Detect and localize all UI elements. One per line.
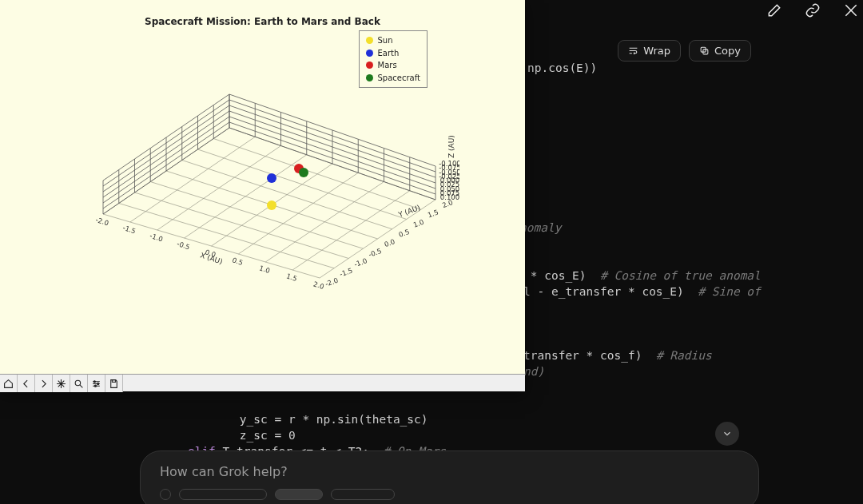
svg-line-49: [332, 153, 358, 161]
svg-line-106: [166, 155, 182, 166]
composer-option[interactable]: [160, 489, 171, 500]
back-icon[interactable]: [18, 375, 35, 392]
svg-line-128: [135, 160, 151, 171]
svg-line-44: [410, 185, 435, 194]
svg-text:-2.0: -2.0: [94, 216, 109, 228]
svg-line-41: [332, 158, 358, 167]
svg-line-123: [182, 133, 198, 144]
x-logo-icon[interactable]: [842, 2, 860, 19]
svg-line-40: [307, 149, 332, 158]
plot-title: Spacecraft Mission: Earth to Mars and Ba…: [0, 16, 525, 27]
save-icon[interactable]: [105, 375, 123, 392]
svg-text:-0.5: -0.5: [176, 240, 191, 252]
plot-3d-scene: -2.0-1.5-1.0-0.50.00.51.01.52.0-2.0-1.5-…: [84, 88, 459, 296]
legend-dot-icon: [366, 62, 373, 69]
svg-line-120: [135, 165, 151, 177]
svg-line-98: [166, 161, 182, 172]
svg-line-78: [255, 103, 280, 112]
svg-line-54: [255, 120, 280, 129]
svg-line-136: [135, 154, 151, 165]
svg-line-114: [166, 149, 182, 161]
svg-point-180: [94, 385, 96, 387]
svg-line-50: [358, 161, 384, 170]
svg-line-111: [119, 181, 135, 192]
svg-line-94: [103, 204, 119, 215]
legend-label: Mars: [378, 59, 397, 72]
svg-line-139: [182, 121, 198, 133]
svg-text:1.5: 1.5: [285, 272, 298, 283]
svg-line-11: [103, 214, 320, 278]
svg-line-47: [281, 135, 307, 144]
composer-option[interactable]: [331, 489, 395, 500]
matplotlib-toolbar: [0, 374, 525, 391]
svg-line-119: [119, 176, 135, 187]
svg-point-177: [75, 380, 81, 386]
svg-line-59: [384, 165, 410, 174]
svg-line-14: [150, 182, 363, 249]
svg-line-81: [332, 130, 358, 139]
link-icon[interactable]: [804, 2, 821, 19]
composer-options: [160, 489, 739, 500]
legend-dot-icon: [366, 50, 373, 57]
pan-icon[interactable]: [53, 375, 70, 392]
svg-line-69: [229, 100, 255, 109]
svg-line-29: [229, 128, 255, 137]
svg-line-109: [213, 122, 229, 133]
svg-line-57: [332, 147, 358, 156]
ylabel: Y (AU): [396, 204, 421, 219]
svg-line-65: [332, 141, 358, 150]
svg-line-16: [182, 161, 392, 229]
svg-line-79: [281, 113, 307, 121]
svg-line-53: [229, 111, 255, 120]
svg-line-102: [103, 198, 119, 209]
svg-line-134: [103, 176, 119, 187]
svg-line-73: [332, 136, 358, 145]
plot-canvas[interactable]: Spacecraft Mission: Earth to Mars and Ba…: [0, 0, 525, 374]
svg-line-38: [255, 131, 280, 140]
scroll-to-bottom-button[interactable]: [715, 422, 739, 446]
svg-line-99: [182, 149, 198, 161]
svg-text:-0.5: -0.5: [368, 247, 383, 259]
svg-line-72: [307, 127, 332, 136]
svg-text:1.0: 1.0: [412, 218, 425, 229]
svg-line-60: [410, 174, 435, 183]
svg-line-82: [358, 139, 384, 148]
svg-line-144: [135, 149, 151, 160]
edit-icon[interactable]: [766, 2, 783, 19]
legend-dot-icon: [366, 74, 373, 81]
svg-line-62: [255, 114, 280, 123]
svg-line-116: [198, 128, 214, 139]
composer-option[interactable]: [275, 489, 323, 500]
svg-point-179: [97, 383, 99, 384]
legend-item: Sun: [366, 34, 420, 47]
svg-text:-1.0: -1.0: [353, 256, 368, 268]
chat-composer[interactable]: How can Grok help?: [140, 450, 759, 504]
svg-line-64: [307, 133, 332, 141]
svg-line-95: [119, 192, 135, 204]
composer-option[interactable]: [179, 489, 267, 500]
svg-line-143: [119, 159, 135, 170]
svg-line-13: [135, 192, 349, 259]
svg-line-140: [198, 111, 214, 122]
svg-line-122: [166, 144, 182, 155]
data-point: [267, 200, 276, 210]
legend-item: Earth: [366, 47, 420, 60]
svg-line-103: [119, 187, 135, 198]
svg-line-46: [255, 125, 280, 134]
configure-icon[interactable]: [88, 375, 105, 392]
svg-line-138: [166, 133, 182, 144]
forward-icon[interactable]: [35, 375, 53, 392]
svg-line-33: [332, 164, 358, 173]
svg-line-55: [281, 129, 307, 138]
svg-line-112: [135, 171, 151, 182]
data-point: [299, 168, 308, 177]
svg-line-133: [213, 105, 229, 117]
svg-line-141: [213, 100, 229, 111]
svg-line-96: [135, 182, 151, 193]
svg-line-104: [135, 177, 151, 188]
svg-line-83: [384, 149, 410, 157]
home-icon[interactable]: [0, 375, 18, 392]
zoom-icon[interactable]: [70, 375, 88, 392]
svg-line-146: [166, 127, 182, 138]
svg-text:0.5: 0.5: [231, 256, 244, 267]
